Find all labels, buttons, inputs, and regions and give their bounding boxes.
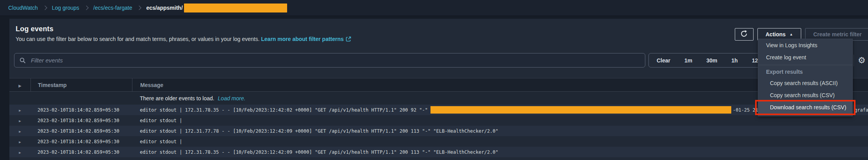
- breadcrumb-link-log-group[interactable]: /ecs/ecs-fargate: [93, 5, 132, 11]
- time-range-1h[interactable]: 1h: [731, 57, 738, 64]
- log-events-panel: Log events You can use the filter bar be…: [9, 19, 868, 160]
- row-message-text: grafan: [854, 107, 868, 113]
- table-row: ▶ 2023-02-10T18:14:02.859+05:30 editor s…: [9, 157, 868, 160]
- load-more-row: There are older events to load. Load mor…: [9, 92, 868, 105]
- row-message: editor stdout | 172.31.78.35 - - [10/Feb…: [132, 149, 868, 155]
- breadcrumb-chevron-icon: [137, 5, 141, 10]
- page-description-text: You can use the filter bar below to sear…: [16, 36, 259, 42]
- breadcrumb-chevron-icon: [84, 5, 88, 10]
- expand-row-icon[interactable]: ▶: [19, 140, 21, 144]
- header-buttons: Actions ▲ Create metric filter: [735, 25, 868, 41]
- expand-row-icon[interactable]: ▶: [19, 119, 21, 123]
- filter-box: [14, 53, 645, 68]
- breadcrumb-chevron-icon: [43, 5, 47, 10]
- load-more-link[interactable]: Load more.: [218, 95, 246, 101]
- learn-more-link[interactable]: Learn more about filter patterns: [261, 36, 344, 42]
- menu-item-copy-search-results-ascii[interactable]: Copy search results (ASCII): [758, 77, 852, 89]
- row-message-text: -01-25 21: [733, 107, 758, 113]
- redaction-block: [430, 106, 731, 114]
- expand-row-icon[interactable]: ▶: [19, 151, 21, 155]
- time-range-1m[interactable]: 1m: [684, 57, 692, 64]
- toolbar: Clear 1m 30m 1h 12h ⚙: [14, 53, 868, 68]
- search-icon: [20, 57, 26, 64]
- refresh-icon: [740, 30, 748, 39]
- gear-icon[interactable]: ⚙: [858, 55, 868, 65]
- expand-row-icon[interactable]: ▶: [19, 130, 21, 133]
- menu-item-label: Download search results (CSV): [770, 104, 846, 110]
- expand-all-icon[interactable]: ▶: [19, 84, 21, 88]
- row-timestamp: 2023-02-10T18:14:02.859+05:30: [30, 139, 132, 144]
- older-events-text: There are older events to load.: [140, 95, 214, 101]
- page-title: Log events: [16, 25, 351, 33]
- row-timestamp: 2023-02-10T18:14:02.859+05:30: [30, 118, 132, 123]
- refresh-button[interactable]: [735, 28, 754, 41]
- table-body: ▶ 2023-02-10T18:14:02.859+05:30 editor s…: [9, 105, 868, 160]
- log-events-table: ▶ Timestamp Message There are older even…: [9, 78, 868, 160]
- caret-up-icon: ▲: [789, 33, 793, 36]
- row-message: editor stdout |: [132, 118, 868, 123]
- time-range-30m[interactable]: 30m: [706, 57, 717, 64]
- row-message: editor stdout | 172.31.77.78 - - [10/Feb…: [132, 128, 868, 134]
- table-row: ▶ 2023-02-10T18:14:02.859+05:30 editor s…: [9, 126, 868, 136]
- row-timestamp: 2023-02-10T18:14:02.859+05:30: [30, 128, 132, 134]
- breadcrumb-link-log-groups[interactable]: Log groups: [52, 5, 79, 11]
- menu-separator: [758, 65, 852, 65]
- toolbar-divider: [854, 55, 854, 66]
- table-header: ▶ Timestamp Message: [9, 78, 868, 92]
- menu-item-create-log-event[interactable]: Create log event: [758, 52, 852, 64]
- row-timestamp: 2023-02-10T18:14:02.859+05:30: [30, 107, 132, 113]
- redaction-block: [184, 4, 287, 12]
- table-row: ▶ 2023-02-10T18:14:02.859+05:30 editor s…: [9, 105, 868, 115]
- clear-time-filter-button[interactable]: Clear: [657, 57, 670, 64]
- external-link-icon: [346, 36, 351, 43]
- menu-item-view-in-logs-insights[interactable]: View in Logs Insights: [758, 39, 852, 52]
- menu-item-download-search-results-csv[interactable]: Download search results (CSV): [758, 101, 852, 114]
- table-row: ▶ 2023-02-10T18:14:02.859+05:30 editor s…: [9, 147, 868, 157]
- panel-title-block: Log events You can use the filter bar be…: [16, 25, 351, 43]
- row-message: editor stdout |: [132, 139, 868, 144]
- breadcrumb: CloudWatch Log groups /ecs/ecs-fargate e…: [0, 0, 868, 16]
- row-timestamp: 2023-02-10T18:14:02.859+05:30: [30, 149, 132, 155]
- table-row: ▶ 2023-02-10T18:14:02.859+05:30 editor s…: [9, 115, 868, 126]
- expand-row-icon[interactable]: ▶: [19, 108, 21, 112]
- filter-events-input[interactable]: [14, 53, 645, 67]
- breadcrumb-current: ecs/appsmith/: [146, 5, 182, 11]
- table-row: ▶ 2023-02-10T18:14:02.859+05:30 editor s…: [9, 136, 868, 147]
- actions-dropdown-menu: View in Logs Insights Create log event E…: [758, 39, 853, 116]
- menu-item-copy-search-results-csv[interactable]: Copy search results (CSV): [758, 89, 852, 101]
- row-message-text: editor stdout | 172.31.78.35 - - [10/Feb…: [140, 107, 428, 113]
- page-description: You can use the filter bar below to sear…: [16, 36, 351, 43]
- menu-section-export-results: Export results: [758, 66, 852, 77]
- column-header-timestamp: Timestamp: [30, 78, 132, 91]
- actions-button-label: Actions: [766, 31, 786, 37]
- breadcrumb-link-cloudwatch[interactable]: CloudWatch: [8, 5, 38, 11]
